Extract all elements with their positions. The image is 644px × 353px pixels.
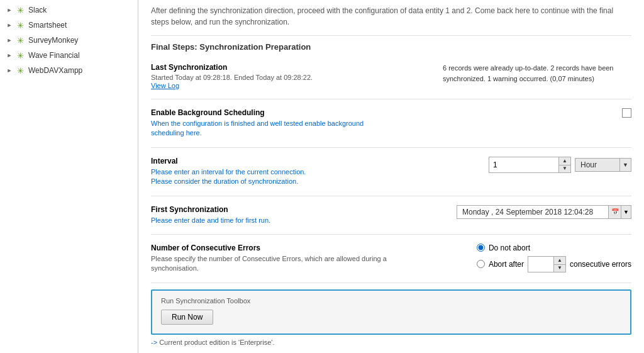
enable-bg-section: Enable Background Scheduling When the co… bbox=[151, 99, 631, 148]
final-steps-title: Final Steps: Synchronization Preparation bbox=[151, 36, 631, 54]
consec-errors-suffix: consecutive errors bbox=[570, 260, 631, 269]
consec-errors-label: Number of Consecutive Errors bbox=[151, 244, 390, 252]
sidebar-item-wave-financial[interactable]: ► ✳ Wave Financial bbox=[0, 48, 138, 63]
sidebar-item-label: Slack bbox=[28, 6, 47, 14]
view-log-link[interactable]: View Log bbox=[151, 82, 179, 89]
webdavxampp-icon: ✳ bbox=[15, 65, 25, 76]
calendar-icon[interactable]: 📅 bbox=[608, 206, 621, 218]
sidebar-item-smartsheet[interactable]: ► ✳ Smartsheet bbox=[0, 18, 138, 33]
footer-note: -> Current product edition is 'Enterpris… bbox=[151, 335, 631, 346]
chevron-right-icon: ► bbox=[5, 51, 14, 60]
chevron-right-icon: ► bbox=[5, 6, 14, 14]
hour-dropdown-arrow[interactable]: ▼ bbox=[619, 159, 631, 171]
slack-icon: ✳ bbox=[15, 5, 25, 15]
surveymonkey-icon: ✳ bbox=[15, 35, 25, 45]
enable-bg-label: Enable Background Scheduling bbox=[151, 108, 390, 117]
last-sync-label: Last Synchronization bbox=[151, 63, 430, 72]
interval-label: Interval bbox=[151, 157, 306, 165]
radio-row-abort: Abort after ▲ ▼ consecutive errors bbox=[477, 256, 631, 272]
main-content: After defining the synchronization direc… bbox=[138, 0, 644, 353]
last-sync-status: 6 records were already up-to-date. 2 rec… bbox=[430, 63, 631, 84]
sidebar: ► ✳ Slack ► ✳ Smartsheet ► ✳ SurveyMonke… bbox=[0, 0, 138, 353]
first-sync-desc: Please enter date and time for first run… bbox=[151, 216, 270, 225]
toolbox-title: Run Synchronization Toolbox bbox=[161, 297, 621, 305]
smartsheet-icon: ✳ bbox=[15, 20, 25, 30]
consec-errors-radio-group: Do not abort Abort after ▲ ▼ consecutive… bbox=[477, 244, 631, 272]
sidebar-item-label: WebDAVXampp bbox=[28, 66, 82, 75]
sidebar-item-label: Smartsheet bbox=[28, 21, 67, 30]
consec-spinbox: ▲ ▼ bbox=[528, 256, 566, 272]
last-sync-left: Last Synchronization Started Today at 09… bbox=[151, 63, 430, 90]
interval-spinbox: ▲ ▼ bbox=[489, 157, 571, 173]
interval-desc2: Please consider the duration of synchron… bbox=[151, 177, 306, 186]
radio-row-no-abort: Do not abort bbox=[477, 244, 631, 252]
consec-input[interactable] bbox=[528, 257, 553, 272]
last-sync-row: Last Synchronization Started Today at 09… bbox=[151, 63, 631, 90]
sidebar-item-label: Wave Financial bbox=[28, 51, 80, 60]
date-value: Monday , 24 September 2018 12:04:28 bbox=[457, 206, 608, 218]
abort-after-label: Abort after bbox=[489, 260, 524, 269]
sync-started: Started Today at 09:28:18. Ended Today a… bbox=[151, 74, 430, 81]
interval-spinbox-buttons: ▲ ▼ bbox=[558, 157, 570, 172]
enable-bg-checkbox-container bbox=[622, 108, 631, 118]
interval-input[interactable] bbox=[489, 157, 558, 172]
interval-section: Interval Please enter an interval for th… bbox=[151, 148, 631, 196]
consec-up-button[interactable]: ▲ bbox=[554, 257, 565, 264]
hour-select[interactable]: Hour ▼ bbox=[575, 158, 631, 172]
abort-after-radio[interactable] bbox=[477, 260, 485, 268]
footer-arrow: -> bbox=[151, 339, 157, 346]
hour-label: Hour bbox=[575, 159, 619, 171]
interval-desc1: Please enter an interval for the current… bbox=[151, 167, 306, 177]
interval-down-button[interactable]: ▼ bbox=[559, 165, 570, 172]
wave-financial-icon: ✳ bbox=[15, 50, 25, 60]
intro-text: After defining the synchronization direc… bbox=[151, 0, 631, 36]
sidebar-item-label: SurveyMonkey bbox=[28, 36, 78, 45]
interval-row: Interval Please enter an interval for th… bbox=[151, 157, 631, 187]
first-sync-label: First Synchronization bbox=[151, 205, 270, 214]
consec-errors-row: Number of Consecutive Errors Please spec… bbox=[151, 244, 631, 274]
sidebar-item-surveymonkey[interactable]: ► ✳ SurveyMonkey bbox=[0, 33, 138, 48]
interval-controls: ▲ ▼ Hour ▼ bbox=[489, 157, 631, 173]
first-sync-row: First Synchronization Please enter date … bbox=[151, 205, 631, 225]
enable-bg-left: Enable Background Scheduling When the co… bbox=[151, 108, 390, 138]
consec-errors-desc: Please specify the number of Consecutive… bbox=[151, 254, 390, 274]
sidebar-item-webdavxampp[interactable]: ► ✳ WebDAVXampp bbox=[0, 63, 138, 78]
chevron-right-icon: ► bbox=[5, 66, 14, 75]
chevron-right-icon: ► bbox=[5, 21, 14, 30]
last-sync-section: Last Synchronization Started Today at 09… bbox=[151, 54, 631, 99]
sidebar-item-slack[interactable]: ► ✳ Slack bbox=[0, 3, 138, 18]
run-now-button[interactable]: Run Now bbox=[161, 310, 213, 325]
consec-spinbox-buttons: ▲ ▼ bbox=[553, 257, 565, 272]
toolbox-section: Run Synchronization Toolbox Run Now bbox=[151, 289, 631, 335]
enable-bg-row: Enable Background Scheduling When the co… bbox=[151, 108, 631, 138]
date-picker[interactable]: Monday , 24 September 2018 12:04:28 📅 ▼ bbox=[457, 205, 631, 219]
consec-errors-section: Number of Consecutive Errors Please spec… bbox=[151, 235, 631, 283]
first-sync-section: First Synchronization Please enter date … bbox=[151, 196, 631, 235]
interval-up-button[interactable]: ▲ bbox=[559, 157, 570, 165]
first-sync-left: First Synchronization Please enter date … bbox=[151, 205, 270, 225]
no-abort-radio[interactable] bbox=[477, 244, 485, 252]
consec-errors-left: Number of Consecutive Errors Please spec… bbox=[151, 244, 390, 274]
no-abort-label: Do not abort bbox=[489, 244, 530, 252]
enable-bg-checkbox[interactable] bbox=[622, 108, 631, 118]
interval-left: Interval Please enter an interval for th… bbox=[151, 157, 306, 187]
enable-bg-desc: When the configuration is finished and w… bbox=[151, 119, 390, 138]
footer-text: Current product edition is 'Enterprise'. bbox=[159, 339, 274, 346]
consec-down-button[interactable]: ▼ bbox=[554, 264, 565, 272]
date-dropdown-arrow[interactable]: ▼ bbox=[621, 206, 631, 218]
chevron-right-icon: ► bbox=[5, 36, 14, 45]
